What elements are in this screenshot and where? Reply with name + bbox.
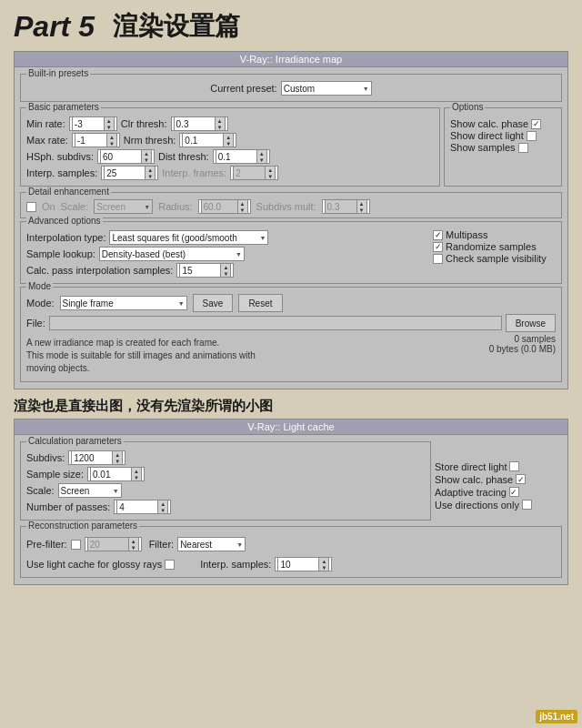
- lc-passes-down[interactable]: ▼: [158, 507, 167, 513]
- dist-thresh-input[interactable]: [216, 149, 256, 164]
- nrm-thresh-up[interactable]: ▲: [224, 134, 233, 140]
- detail-radius-spinbox[interactable]: ▲ ▼: [198, 199, 251, 214]
- detail-subdivs-down[interactable]: ▼: [357, 207, 366, 213]
- calc-pass-input[interactable]: [179, 263, 220, 278]
- show-calc-phase-checkbox[interactable]: [531, 119, 541, 129]
- nrm-thresh-arrows[interactable]: ▲ ▼: [223, 133, 234, 147]
- lc-interp-samples-arrows[interactable]: ▲ ▼: [318, 557, 329, 571]
- browse-button[interactable]: Browse: [506, 314, 556, 332]
- interp-frames-down[interactable]: ▼: [266, 173, 275, 179]
- detail-subdivs-input[interactable]: [325, 199, 356, 214]
- lc-subdivs-input[interactable]: [71, 450, 112, 465]
- nrm-thresh-down[interactable]: ▼: [224, 140, 233, 147]
- dist-thresh-spinbox[interactable]: ▲ ▼: [213, 149, 270, 164]
- lc-subdivs-arrows[interactable]: ▲ ▼: [112, 450, 123, 465]
- lc-directions-checkbox[interactable]: [522, 500, 532, 510]
- clr-thresh-up[interactable]: ▲: [216, 117, 225, 124]
- nrm-thresh-spinbox[interactable]: ▲ ▼: [179, 133, 236, 147]
- interp-samples-up[interactable]: ▲: [146, 167, 155, 173]
- lc-interp-samples-up[interactable]: ▲: [319, 558, 328, 564]
- clr-thresh-arrows[interactable]: ▲ ▼: [215, 116, 226, 131]
- randomize-checkbox[interactable]: [433, 242, 443, 252]
- show-samples-checkbox[interactable]: [518, 143, 528, 153]
- lc-passes-spinbox[interactable]: ▲ ▼: [114, 500, 171, 514]
- interp-frames-up[interactable]: ▲: [266, 167, 275, 173]
- clr-thresh-input[interactable]: [174, 116, 215, 131]
- interp-frames-input[interactable]: [233, 166, 265, 180]
- interp-frames-arrows[interactable]: ▲ ▼: [265, 166, 276, 180]
- interp-type-dropdown[interactable]: Least squares fit (good/smooth ▼: [109, 230, 268, 245]
- lc-prefilter-up[interactable]: ▲: [129, 538, 138, 544]
- calc-pass-arrows[interactable]: ▲ ▼: [220, 263, 231, 278]
- dist-thresh-up[interactable]: ▲: [257, 150, 266, 157]
- calc-pass-down[interactable]: ▼: [221, 270, 230, 277]
- hsph-down[interactable]: ▼: [142, 157, 151, 163]
- detail-subdivs-spinbox[interactable]: ▲ ▼: [322, 199, 370, 214]
- lc-subdivs-down[interactable]: ▼: [113, 458, 122, 464]
- calc-pass-spinbox[interactable]: ▲ ▼: [176, 263, 234, 278]
- max-rate-arrows[interactable]: ▲ ▼: [106, 133, 117, 147]
- lc-prefilter-arrows[interactable]: ▲ ▼: [128, 537, 139, 551]
- detail-subdivs-arrows[interactable]: ▲ ▼: [356, 199, 367, 214]
- max-rate-spinbox[interactable]: ▲ ▼: [72, 133, 120, 147]
- lc-filter-dropdown[interactable]: Nearest ▼: [177, 537, 246, 551]
- min-rate-spinbox[interactable]: ▲ ▼: [69, 116, 117, 131]
- lc-sample-size-down[interactable]: ▼: [132, 474, 141, 480]
- lc-sample-size-arrows[interactable]: ▲ ▼: [131, 467, 142, 481]
- current-preset-dropdown[interactable]: Custom ▼: [281, 81, 372, 96]
- sample-lookup-dropdown[interactable]: Density-based (best) ▼: [99, 247, 245, 261]
- lc-passes-arrows[interactable]: ▲ ▼: [157, 500, 168, 514]
- detail-scale-dropdown[interactable]: Screen ▼: [94, 199, 153, 214]
- lc-scale-dropdown[interactable]: Screen ▼: [58, 483, 122, 498]
- lc-prefilter-spinbox[interactable]: ▲ ▼: [85, 537, 142, 551]
- detail-on-checkbox[interactable]: [26, 202, 36, 212]
- interp-samples-spinbox[interactable]: ▲ ▼: [101, 166, 158, 180]
- mode-dropdown[interactable]: Single frame ▼: [60, 296, 187, 310]
- detail-radius-down[interactable]: ▼: [238, 207, 247, 213]
- lc-sample-size-up[interactable]: ▲: [132, 468, 141, 474]
- check-sample-checkbox[interactable]: [433, 254, 443, 264]
- lc-subdivs-up[interactable]: ▲: [113, 451, 122, 458]
- hsph-spinbox[interactable]: ▲ ▼: [97, 149, 155, 164]
- interp-samples-input[interactable]: [104, 166, 145, 180]
- hsph-input[interactable]: [100, 149, 141, 164]
- lc-show-calc-checkbox[interactable]: [516, 474, 526, 484]
- lc-passes-up[interactable]: ▲: [158, 500, 167, 507]
- max-rate-down[interactable]: ▼: [107, 140, 116, 147]
- detail-radius-up[interactable]: ▲: [238, 200, 247, 207]
- max-rate-up[interactable]: ▲: [107, 134, 116, 140]
- lc-adaptive-checkbox[interactable]: [509, 487, 519, 497]
- lc-prefilter-checkbox[interactable]: [71, 540, 81, 550]
- lc-interp-samples-spinbox[interactable]: ▲ ▼: [275, 557, 332, 571]
- save-button[interactable]: Save: [193, 294, 234, 312]
- hsph-up[interactable]: ▲: [142, 150, 151, 157]
- hsph-arrows[interactable]: ▲ ▼: [141, 149, 152, 164]
- interp-samples-down[interactable]: ▼: [146, 173, 155, 179]
- detail-subdivs-up[interactable]: ▲: [357, 200, 366, 207]
- dist-thresh-down[interactable]: ▼: [257, 157, 266, 163]
- show-direct-light-checkbox[interactable]: [527, 131, 537, 141]
- lc-prefilter-input[interactable]: [87, 537, 128, 551]
- dist-thresh-arrows[interactable]: ▲ ▼: [256, 149, 267, 164]
- interp-frames-spinbox[interactable]: ▲ ▼: [230, 166, 278, 180]
- calc-pass-up[interactable]: ▲: [221, 264, 230, 270]
- min-rate-arrows[interactable]: ▲ ▼: [104, 116, 115, 131]
- interp-samples-arrows[interactable]: ▲ ▼: [145, 166, 156, 180]
- lc-sample-size-spinbox[interactable]: ▲ ▼: [87, 467, 145, 481]
- lc-passes-input[interactable]: [116, 500, 157, 514]
- min-rate-input[interactable]: [72, 116, 104, 131]
- multipass-checkbox[interactable]: [433, 230, 443, 240]
- clr-thresh-spinbox[interactable]: ▲ ▼: [171, 116, 228, 131]
- detail-radius-input[interactable]: [201, 199, 237, 214]
- lc-sample-size-input[interactable]: [90, 467, 131, 481]
- lc-prefilter-down[interactable]: ▼: [129, 544, 138, 551]
- detail-radius-arrows[interactable]: ▲ ▼: [237, 199, 248, 214]
- min-rate-up[interactable]: ▲: [105, 117, 114, 124]
- lc-store-direct-checkbox[interactable]: [509, 461, 519, 471]
- lc-interp-samples-input[interactable]: [277, 557, 318, 571]
- clr-thresh-down[interactable]: ▼: [216, 124, 225, 130]
- nrm-thresh-input[interactable]: [182, 133, 223, 147]
- lc-use-light-cache-checkbox[interactable]: [165, 560, 175, 570]
- reset-button[interactable]: Reset: [238, 294, 282, 312]
- lc-subdivs-spinbox[interactable]: ▲ ▼: [68, 450, 125, 465]
